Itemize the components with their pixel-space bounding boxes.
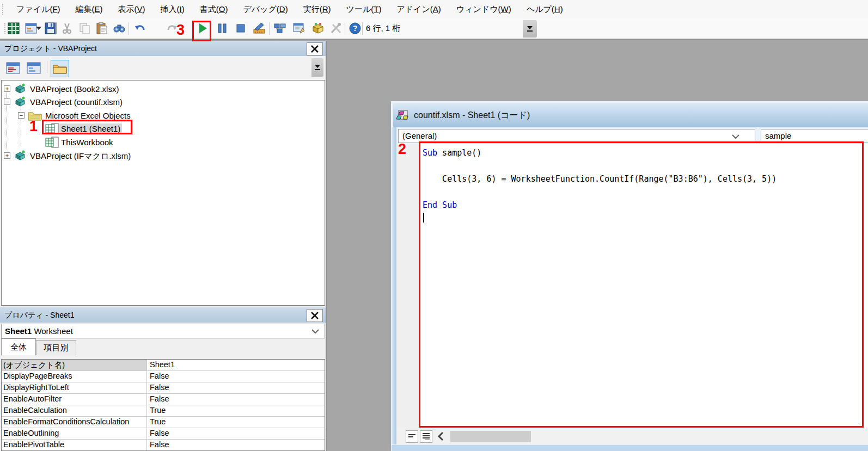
collapse-minus-icon[interactable]: −	[4, 98, 10, 105]
cut-button-disabled[interactable]	[60, 21, 74, 35]
project-explorer-button[interactable]	[273, 21, 287, 35]
menu-debug[interactable]: デバッグ(D)	[235, 0, 295, 18]
tree-item-label: ThisWorkbook	[59, 137, 115, 147]
annotation-number-1: 1	[29, 119, 38, 134]
tree-item-vbaproject-ifmacro[interactable]: + VBAProject (IFマクロ.xlsm)	[2, 149, 325, 163]
menu-view[interactable]: 表示(V)	[111, 0, 153, 18]
view-code-button[interactable]	[4, 60, 22, 76]
menu-insert[interactable]: 挿入(I)	[153, 0, 192, 18]
standard-toolbar: ? 6 行, 1 桁	[0, 18, 868, 40]
menu-edit[interactable]: 編集(E)	[68, 0, 111, 18]
menu-window[interactable]: ウィンドウ(W)	[449, 0, 519, 18]
undo-button[interactable]	[133, 21, 147, 35]
property-name[interactable]: DisplayRightToLeft	[2, 382, 147, 393]
design-mode-button[interactable]	[252, 21, 266, 35]
property-row[interactable]: EnablePivotTable False	[2, 440, 325, 451]
break-button[interactable]	[215, 21, 229, 35]
property-row[interactable]: DisplayRightToLeft False	[2, 382, 325, 394]
property-name[interactable]: EnableAutoFilter	[2, 394, 147, 405]
property-value[interactable]: Sheet1	[148, 360, 325, 371]
selected-object-type: Worksheet	[34, 326, 72, 336]
menu-run[interactable]: 実行(R)	[296, 0, 339, 18]
property-name[interactable]: DisplayPageBreaks	[2, 371, 147, 382]
expand-plus-icon[interactable]: +	[4, 85, 10, 92]
vba-project-icon	[14, 83, 28, 94]
menu-addins[interactable]: アドイン(A)	[389, 0, 448, 18]
find-icon	[113, 22, 126, 35]
property-name[interactable]: EnablePivotTable	[2, 440, 147, 450]
property-row[interactable]: EnableCalculation True	[2, 405, 325, 417]
property-name[interactable]: (オブジェクト名)	[2, 360, 147, 370]
toolbox-icon	[329, 22, 343, 35]
copy-button-disabled[interactable]	[77, 21, 91, 35]
property-name[interactable]: EnableFormatConditionsCalculation	[2, 417, 147, 428]
property-row[interactable]: EnableOutlining False	[2, 428, 325, 440]
object-browser-button[interactable]	[311, 21, 325, 35]
property-row[interactable]: (オブジェクト名) Sheet1	[2, 360, 325, 371]
reset-button[interactable]	[234, 21, 248, 35]
toolbar-overflow-button[interactable]	[523, 20, 537, 38]
paste-button[interactable]	[95, 21, 109, 35]
tab-categorized[interactable]: 項目別	[36, 340, 76, 355]
property-value[interactable]: False	[148, 382, 325, 394]
view-object-button[interactable]	[25, 60, 42, 76]
project-explorer-icon	[273, 22, 286, 35]
project-toolbar-overflow-button[interactable]	[311, 58, 323, 77]
cut-icon	[60, 22, 74, 35]
property-value[interactable]: False	[148, 428, 325, 440]
expand-plus-icon[interactable]: +	[4, 152, 10, 159]
folder-icon	[52, 62, 68, 75]
properties-panel-close-button[interactable]	[307, 309, 323, 322]
property-value[interactable]: False	[148, 394, 325, 405]
properties-panel-header[interactable]: プロパティ - Sheet1	[0, 307, 326, 323]
property-value[interactable]: False	[148, 371, 325, 382]
toolbar-grip[interactable]	[2, 4, 5, 15]
property-value[interactable]: True	[148, 417, 325, 428]
property-value[interactable]: True	[148, 405, 325, 417]
properties-window-button[interactable]	[292, 21, 306, 35]
property-row[interactable]: EnableFormatConditionsCalculation True	[2, 417, 325, 428]
reset-stop-icon	[235, 22, 247, 34]
property-row[interactable]: EnableAutoFilter False	[2, 394, 325, 405]
toolbox-button-disabled[interactable]	[329, 21, 343, 35]
procedure-view-button[interactable]	[406, 430, 418, 443]
tree-item-label: VBAProject (IFマクロ.xlsm)	[28, 151, 132, 161]
menu-file[interactable]: ファイル(F)	[9, 0, 68, 18]
tree-item-thisworkbook[interactable]: ThisWorkbook	[2, 135, 325, 149]
code-window-titlebar[interactable]: countif.xlsm - Sheet1 (コード)	[393, 103, 868, 127]
menu-tools[interactable]: ツール(T)	[339, 0, 389, 18]
vba-document-icon	[396, 109, 409, 121]
collapse-minus-icon[interactable]: −	[18, 112, 25, 119]
help-button[interactable]: ?	[348, 21, 362, 35]
code-margin-bar[interactable]	[396, 144, 419, 428]
view-excel-button[interactable]	[7, 21, 21, 35]
full-module-view-button[interactable]	[420, 430, 432, 443]
tree-item-vbaproject-book2[interactable]: + VBAProject (Book2.xlsx)	[2, 82, 325, 96]
help-icon: ?	[349, 22, 362, 35]
project-panel-header[interactable]: プロジェクト - VBAProject	[0, 41, 326, 56]
chevron-left-icon	[437, 431, 444, 441]
procedure-view-icon	[408, 434, 415, 439]
toolbar-separator	[129, 22, 129, 35]
property-row[interactable]: DisplayPageBreaks False	[2, 371, 325, 382]
property-name[interactable]: EnableCalculation	[2, 405, 147, 416]
find-button[interactable]	[112, 21, 126, 35]
project-explorer-panel: プロジェクト - VBAProject + VBAProject (Book2.…	[0, 41, 327, 307]
chevron-down-icon	[732, 134, 739, 139]
insert-dropdown-arrow[interactable]	[35, 21, 42, 35]
project-panel-close-button[interactable]	[307, 42, 323, 55]
object-selector-combo[interactable]: Sheet1 Worksheet	[1, 324, 325, 338]
menu-help[interactable]: ヘルプ(H)	[519, 0, 571, 18]
toggle-folders-button[interactable]	[51, 60, 69, 77]
tree-item-vbaproject-countif[interactable]: − VBAProject (countif.xlsm)	[2, 95, 325, 109]
toolbar-separator	[56, 22, 56, 35]
project-panel-title: プロジェクト - VBAProject	[4, 44, 97, 53]
scroll-left-button[interactable]	[437, 431, 444, 441]
property-name[interactable]: EnableOutlining	[2, 428, 147, 439]
menu-format[interactable]: 書式(O)	[192, 0, 236, 18]
tab-alphabetic[interactable]: 全体	[1, 338, 36, 355]
vba-project-icon	[14, 96, 28, 107]
horizontal-scrollbar-thumb[interactable]	[450, 431, 531, 442]
selected-object-name: Sheet1	[5, 326, 32, 336]
property-value[interactable]: False	[148, 440, 325, 451]
